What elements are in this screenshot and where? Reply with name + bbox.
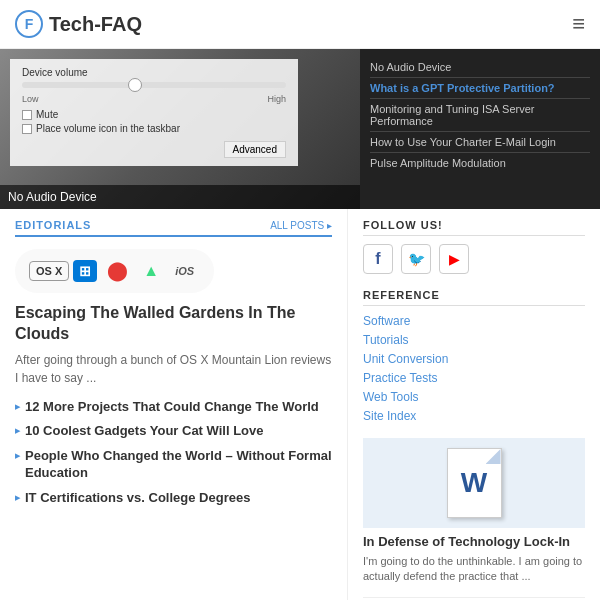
volume-labels: Low High (22, 94, 286, 104)
os-chrome-badge: ⬤ (101, 257, 133, 285)
reference-web-tools[interactable]: Web Tools (363, 390, 585, 404)
logo-area: F Tech-FAQ (15, 10, 142, 38)
taskbar-row: Place volume icon in the taskbar (22, 123, 286, 134)
taskbar-label: Place volume icon in the taskbar (36, 123, 180, 134)
device-volume-label: Device volume (22, 67, 286, 78)
hero-right-item-4[interactable]: Pulse Amplitude Modulation (370, 153, 590, 173)
content-column: EDITORIALS ALL POSTS ▸ OS X ⊞ ⬤ ▲ iOS Es… (0, 209, 348, 600)
list-article-3[interactable]: ▸ IT Certifications vs. College Degrees (15, 490, 332, 507)
hero-left-panel: Device volume Low High Mute Place volume… (0, 49, 360, 209)
youtube-button[interactable]: ▶ (439, 244, 469, 274)
main-article: Escaping The Walled Gardens In The Cloud… (15, 303, 332, 387)
reference-unit-conversion[interactable]: Unit Conversion (363, 352, 585, 366)
hero-right-item-0[interactable]: No Audio Device (370, 57, 590, 78)
sidebar: FOLLOW US! f 🐦 ▶ REFERENCE Software Tuto… (348, 209, 600, 600)
advanced-button[interactable]: Advanced (224, 141, 286, 158)
site-title: Tech-FAQ (49, 13, 142, 36)
os-ios-badge: iOS (169, 262, 200, 280)
word-article: W In Defense of Technology Lock-In I'm g… (363, 438, 585, 598)
editorials-label: EDITORIALS (15, 219, 91, 231)
list-arrow-3: ▸ (15, 491, 21, 504)
reference-section: REFERENCE Software Tutorials Unit Conver… (363, 289, 585, 423)
high-label: High (267, 94, 286, 104)
mute-label: Mute (36, 109, 58, 120)
hero-right-item-2[interactable]: Monitoring and Tuning ISA Server Perform… (370, 99, 590, 132)
reference-practice-tests[interactable]: Practice Tests (363, 371, 585, 385)
mute-checkbox[interactable] (22, 110, 32, 120)
os-android-badge: ▲ (137, 259, 165, 283)
hero-right-item-3[interactable]: How to Use Your Charter E-Mail Login (370, 132, 590, 153)
hero-right-item-1[interactable]: What is a GPT Protective Partition? (370, 78, 590, 99)
device-volume-panel: Device volume Low High Mute Place volume… (10, 59, 298, 166)
list-article-2[interactable]: ▸ People Who Changed the World – Without… (15, 448, 332, 482)
main-article-desc: After going through a bunch of OS X Moun… (15, 351, 332, 387)
follow-title: FOLLOW US! (363, 219, 585, 236)
reference-title: REFERENCE (363, 289, 585, 306)
mute-row: Mute (22, 109, 286, 120)
editorials-bar: EDITORIALS ALL POSTS ▸ (15, 219, 332, 237)
word-doc-fold (486, 449, 501, 464)
word-article-desc: I'm going to do the unthinkable. I am go… (363, 554, 585, 585)
all-posts-link[interactable]: ALL POSTS ▸ (270, 220, 332, 231)
list-article-title-2: People Who Changed the World – Without F… (25, 448, 332, 482)
hero-section: Device volume Low High Mute Place volume… (0, 49, 600, 209)
list-arrow-2: ▸ (15, 449, 21, 462)
reference-tutorials[interactable]: Tutorials (363, 333, 585, 347)
right-articles: W In Defense of Technology Lock-In I'm g… (363, 438, 585, 600)
reference-site-index[interactable]: Site Index (363, 409, 585, 423)
volume-slider-thumb[interactable] (128, 78, 142, 92)
hamburger-icon[interactable]: ≡ (572, 11, 585, 37)
list-article-title-0: 12 More Projects That Could Change The W… (25, 399, 319, 416)
list-article-title-1: 10 Coolest Gadgets Your Cat Will Love (25, 423, 264, 440)
list-article-0[interactable]: ▸ 12 More Projects That Could Change The… (15, 399, 332, 416)
header: F Tech-FAQ ≡ (0, 0, 600, 49)
taskbar-checkbox[interactable] (22, 124, 32, 134)
word-w-icon: W (461, 467, 487, 499)
follow-section: FOLLOW US! f 🐦 ▶ (363, 219, 585, 274)
os-windows-badge: ⊞ (73, 260, 97, 282)
os-osx-badge: OS X (29, 261, 69, 281)
hero-right-panel: No Audio Device What is a GPT Protective… (360, 49, 600, 209)
list-article-title-3: IT Certifications vs. College Degrees (25, 490, 250, 507)
hero-left-overlay: No Audio Device (0, 185, 360, 209)
reference-software[interactable]: Software (363, 314, 585, 328)
main-article-title[interactable]: Escaping The Walled Gardens In The Cloud… (15, 303, 332, 345)
list-article-1[interactable]: ▸ 10 Coolest Gadgets Your Cat Will Love (15, 423, 332, 440)
main-section: EDITORIALS ALL POSTS ▸ OS X ⊞ ⬤ ▲ iOS Es… (0, 209, 600, 600)
volume-slider-bar[interactable] (22, 82, 286, 88)
word-article-title[interactable]: In Defense of Technology Lock-In (363, 534, 585, 549)
social-icons: f 🐦 ▶ (363, 244, 585, 274)
list-arrow-0: ▸ (15, 400, 21, 413)
os-cloud: OS X ⊞ ⬤ ▲ iOS (15, 249, 214, 293)
logo-icon: F (15, 10, 43, 38)
word-article-image: W (363, 438, 585, 528)
facebook-button[interactable]: f (363, 244, 393, 274)
list-arrow-1: ▸ (15, 424, 21, 437)
twitter-button[interactable]: 🐦 (401, 244, 431, 274)
low-label: Low (22, 94, 39, 104)
word-doc-icon: W (447, 448, 502, 518)
